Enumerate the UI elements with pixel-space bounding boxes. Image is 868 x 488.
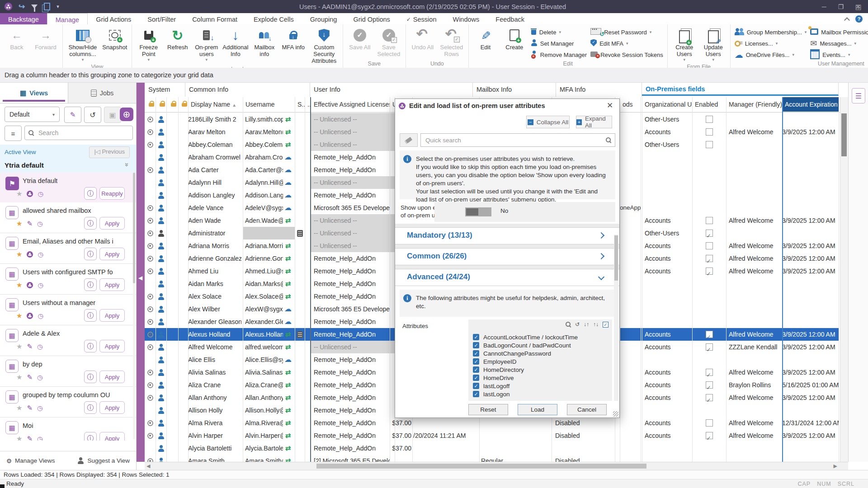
remove-grouping-icon[interactable]: ⊞ xyxy=(855,2,862,12)
enabled-checkbox[interactable] xyxy=(706,141,713,148)
save-selected-button[interactable]: Save Selected xyxy=(374,25,403,59)
dialog-title-bar[interactable]: Edit and load list of on-prem user attri… xyxy=(395,99,619,113)
minimize-button[interactable]: ─ xyxy=(822,3,826,10)
dialog-close-icon[interactable]: ✕ xyxy=(605,101,615,110)
tab-jobs[interactable]: Jobs xyxy=(68,83,136,103)
sort-desc-icon[interactable]: ↑↓ xyxy=(593,321,599,328)
dialog-scrollbar[interactable] xyxy=(614,235,618,401)
custom-security-attributes-button[interactable]: Custom Security Attributes xyxy=(308,25,340,66)
previous-view-button[interactable]: |◁ Previous xyxy=(89,146,130,158)
table-row[interactable]: Amara SmithAmara.Smith@sygx[2] Microsoft… xyxy=(145,455,839,462)
remove-manager-button[interactable]: Remove Manager xyxy=(531,50,587,60)
qat-dropdown-icon[interactable]: ▾ xyxy=(57,4,59,9)
table-row[interactable]: Alycia BartolettiAlycia.Bartoletti@syRem… xyxy=(145,442,839,455)
group-system[interactable]: System xyxy=(145,83,185,97)
star-icon[interactable]: ★ xyxy=(16,373,22,381)
hscroll-thumb[interactable] xyxy=(316,464,646,469)
view-info-button[interactable]: ⓘ xyxy=(84,432,97,441)
collapse-ribbon-icon[interactable] xyxy=(844,17,849,21)
scroll-left-icon[interactable]: ◀ xyxy=(146,463,150,469)
messages--button[interactable]: Messages...▾ xyxy=(810,38,868,48)
group-on-premises-fields[interactable]: On-Premises fields xyxy=(642,83,839,96)
lock-column-3[interactable] xyxy=(166,97,178,112)
manage-views-button[interactable]: ⚙Manage Views xyxy=(6,457,55,465)
header-account-expiration[interactable]: Account Expiration ... xyxy=(782,97,839,112)
tab-manage[interactable]: Manage xyxy=(47,13,88,25)
attribute-checkbox[interactable]: ✓ xyxy=(473,358,479,365)
apply-button[interactable]: Apply xyxy=(99,432,125,441)
view-info-button[interactable]: ⓘ xyxy=(84,187,97,200)
view-filter-button[interactable]: ≡ xyxy=(5,126,22,141)
enabled-checkbox[interactable] xyxy=(706,230,713,237)
onedrive-files--button[interactable]: OneDrive Files...▾ xyxy=(735,50,807,60)
select-all-icon[interactable]: ✓ xyxy=(603,322,609,328)
filter-icon[interactable] xyxy=(31,5,38,9)
view-info-button[interactable]: ⓘ xyxy=(84,309,97,322)
section-mandatory[interactable]: Mandatory (13/13) xyxy=(395,227,619,244)
maximize-button[interactable]: ❐ xyxy=(838,3,844,10)
star-icon[interactable]: ★ xyxy=(16,250,22,258)
view-list-item[interactable]: ▦Users with configured SMTP forwa...★ⓘAp… xyxy=(0,264,136,295)
show-hide-columns--button[interactable]: Show/Hide columns...▾ xyxy=(65,25,100,63)
enabled-checkbox[interactable] xyxy=(706,432,713,439)
view-info-button[interactable]: ⓘ xyxy=(84,248,97,260)
reset-view-button[interactable]: ↺ xyxy=(84,107,101,123)
group-common-info[interactable]: Common Info xyxy=(185,83,310,97)
header-s[interactable]: S... xyxy=(295,97,305,112)
enabled-checkbox[interactable] xyxy=(706,242,713,249)
lock-column-2[interactable] xyxy=(156,97,166,112)
tab-explode-cells[interactable]: Explode Cells xyxy=(245,13,302,24)
tab-views[interactable]: Views xyxy=(0,83,68,103)
attribute-checkbox[interactable]: ✓ xyxy=(473,334,479,340)
enabled-checkbox[interactable] xyxy=(706,394,713,401)
rename-view-button[interactable] xyxy=(64,107,81,123)
grouping-zone[interactable]: Drag a column header to this grouping zo… xyxy=(0,68,868,83)
lock-column-1[interactable] xyxy=(145,97,156,112)
enabled-checkbox[interactable] xyxy=(706,128,713,136)
back-button[interactable]: Back xyxy=(2,25,31,52)
column-chooser-icon[interactable]: ☰ xyxy=(852,88,865,103)
reset-password-button[interactable]: Reset Password▾ xyxy=(590,27,663,37)
cancel-button[interactable]: Cancel xyxy=(567,404,607,415)
create-button[interactable]: Create xyxy=(500,25,529,52)
additional-info-button[interactable]: Additional Info xyxy=(221,25,250,59)
selected-rows-button[interactable]: Selected Rows xyxy=(437,25,466,59)
enabled-checkbox[interactable] xyxy=(706,116,713,123)
apply-button[interactable]: Apply xyxy=(99,217,125,230)
attribute-item[interactable]: ✓EmployeeID xyxy=(473,357,610,366)
header-manager-friendly[interactable]: Manager (Friendly) xyxy=(726,97,782,112)
attribute-checkbox[interactable]: ✓ xyxy=(473,383,479,389)
freeze-point-button[interactable]: Freeze Point▾ xyxy=(134,25,163,63)
enabled-checkbox[interactable] xyxy=(706,217,713,224)
view-list-item[interactable]: ▦by dep★ⓘApply xyxy=(0,356,136,387)
tab-grid-options[interactable]: Grid Options xyxy=(345,13,398,24)
star-icon[interactable]: ★ xyxy=(16,190,22,198)
copy-icon[interactable] xyxy=(44,3,50,10)
view-list-item[interactable]: ▦grouped by temp coulumn OU★ⓘApply xyxy=(0,387,136,418)
show-on-load-toggle[interactable] xyxy=(465,207,491,216)
star-icon[interactable]: ★ xyxy=(16,220,22,228)
enabled-checkbox[interactable] xyxy=(706,419,713,427)
view-list-item[interactable]: ▦allowed shared mailbox★ⓘApply xyxy=(0,202,136,233)
suggest-view-button[interactable]: Suggest a View xyxy=(77,457,130,464)
apply-button[interactable]: Apply xyxy=(99,278,125,291)
load-button[interactable]: Load xyxy=(518,404,557,415)
attribute-checkbox[interactable]: ✓ xyxy=(473,350,479,357)
delete-button[interactable]: Delete▾ xyxy=(531,27,587,37)
view-set-select[interactable]: Default▾ xyxy=(5,107,60,122)
grid-vertical-scrollbar[interactable] xyxy=(840,97,848,462)
attr-undo-icon[interactable]: ↺ xyxy=(575,321,580,328)
enabled-checkbox[interactable] xyxy=(706,381,713,389)
export-icon[interactable] xyxy=(19,2,25,11)
undo-all-button[interactable]: Undo All xyxy=(408,25,437,52)
enabled-checkbox[interactable] xyxy=(706,331,713,338)
section-common[interactable]: Common (26/26) xyxy=(395,248,619,265)
events--button[interactable]: Events...▾ xyxy=(810,50,868,60)
header-organizational-unit[interactable]: Organizational Unit xyxy=(642,97,692,112)
collapse-active-icon[interactable]: » xyxy=(123,163,131,166)
group-mfa-info[interactable]: MFA Info xyxy=(556,83,642,97)
tab-grouping[interactable]: Grouping xyxy=(302,13,345,24)
attribute-checkbox[interactable]: ✓ xyxy=(473,342,479,348)
table-row[interactable]: Alvin HarperAlvin.Harper@sygx2Remote_Hel… xyxy=(145,429,839,442)
active-view-card[interactable]: ⚑ Ytria default ★ ⓘ Reapply xyxy=(0,173,136,203)
